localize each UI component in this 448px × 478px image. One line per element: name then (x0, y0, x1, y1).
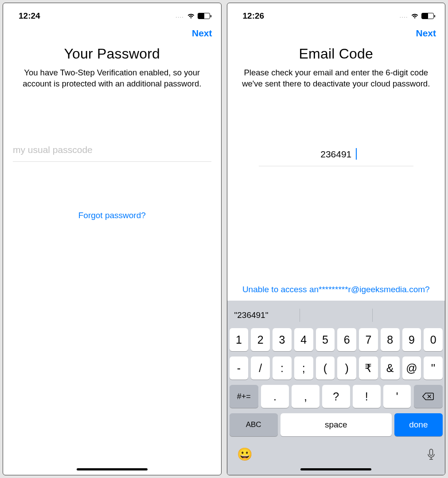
key-5[interactable]: 5 (316, 328, 335, 351)
code-input[interactable] (259, 143, 413, 166)
status-bar: 12:24 .... (3, 3, 221, 24)
key-2[interactable]: 2 (251, 328, 270, 351)
status-time: 12:26 (243, 11, 265, 21)
page-subtitle: You have Two-Step Verification enabled, … (13, 67, 211, 90)
emoji-icon[interactable]: 😀 (237, 447, 253, 462)
keyboard-row-1: 1 2 3 4 5 6 7 8 9 0 (230, 328, 443, 351)
key-question[interactable]: ? (322, 385, 350, 408)
backspace-icon (422, 392, 434, 401)
content: Email Code Please check your email and e… (227, 41, 445, 301)
next-button[interactable]: Next (192, 28, 212, 39)
nav-bar: Next (227, 24, 445, 41)
suggestion-divider (300, 309, 300, 322)
key-at[interactable]: @ (402, 357, 421, 380)
keyboard-row-2: - / : ; ( ) ₹ & @ '' (230, 357, 443, 380)
key-3[interactable]: 3 (273, 328, 292, 351)
key-symbols-toggle[interactable]: #+= (230, 385, 259, 408)
text-cursor (356, 148, 357, 160)
key-colon[interactable]: : (273, 357, 292, 380)
page-subtitle: Please check your email and enter the 6-… (237, 67, 436, 90)
keyboard-suggestion[interactable]: "236491" (234, 310, 269, 320)
unable-wrap: Unable to access an*********r@igeeksmedi… (241, 280, 432, 301)
battery-icon (421, 13, 434, 19)
screen-password: 12:24 .... Next Your Password You have T… (3, 3, 222, 475)
keyboard: "236491" 1 2 3 4 5 6 7 8 9 0 - / : ; (227, 301, 445, 475)
cellular-icon: .... (400, 14, 408, 19)
key-abc[interactable]: ABC (230, 413, 278, 436)
key-9[interactable]: 9 (402, 328, 421, 351)
battery-icon (198, 13, 210, 19)
password-input[interactable] (13, 138, 211, 162)
key-dash[interactable]: - (230, 357, 249, 380)
key-backspace[interactable] (414, 385, 443, 408)
screen-email-code: 12:26 .... Next Email Code Please check … (227, 3, 446, 475)
key-6[interactable]: 6 (337, 328, 356, 351)
key-exclaim[interactable]: ! (353, 385, 381, 408)
key-rparen[interactable]: ) (337, 357, 356, 380)
key-doublequote[interactable]: '' (424, 357, 443, 380)
key-done[interactable]: done (394, 413, 443, 436)
nav-bar: Next (3, 24, 221, 41)
key-0[interactable]: 0 (424, 328, 443, 351)
keyboard-row-3: #+= . , ? ! ' (230, 385, 443, 408)
svg-rect-0 (430, 449, 433, 455)
home-indicator[interactable] (300, 468, 371, 470)
key-8[interactable]: 8 (381, 328, 400, 351)
cellular-icon: .... (175, 14, 184, 19)
status-right: .... (175, 13, 210, 19)
key-semicolon[interactable]: ; (294, 357, 313, 380)
wifi-icon (411, 13, 419, 19)
key-4[interactable]: 4 (294, 328, 313, 351)
status-right: .... (400, 13, 434, 19)
forgot-password-link[interactable]: Forgot password? (78, 211, 146, 220)
code-input-wrap (259, 143, 413, 166)
home-indicator[interactable] (77, 468, 148, 470)
key-apostrophe[interactable]: ' (383, 385, 411, 408)
key-lparen[interactable]: ( (316, 357, 335, 380)
next-button[interactable]: Next (416, 28, 436, 39)
status-time: 12:24 (19, 11, 40, 21)
keyboard-rows: 1 2 3 4 5 6 7 8 9 0 - / : ; ( ) ₹ & @ (227, 326, 445, 439)
content: Your Password You have Two-Step Verifica… (3, 41, 221, 220)
unable-access-link[interactable]: Unable to access an*********r@igeeksmedi… (241, 280, 432, 301)
keyboard-suggestion-bar[interactable]: "236491" (227, 304, 445, 326)
key-slash[interactable]: / (251, 357, 270, 380)
key-ampersand[interactable]: & (381, 357, 400, 380)
suggestion-divider (372, 309, 373, 322)
key-7[interactable]: 7 (359, 328, 378, 351)
key-period[interactable]: . (261, 385, 289, 408)
key-1[interactable]: 1 (230, 328, 249, 351)
page-title: Email Code (299, 46, 373, 62)
wifi-icon (187, 13, 195, 19)
mic-icon[interactable] (427, 449, 435, 460)
status-bar: 12:26 .... (227, 3, 445, 24)
page-title: Your Password (64, 46, 160, 62)
key-space[interactable]: space (280, 413, 392, 436)
keyboard-row-4: ABC space done (230, 413, 443, 436)
key-comma[interactable]: , (292, 385, 319, 408)
key-rupee[interactable]: ₹ (359, 357, 378, 380)
